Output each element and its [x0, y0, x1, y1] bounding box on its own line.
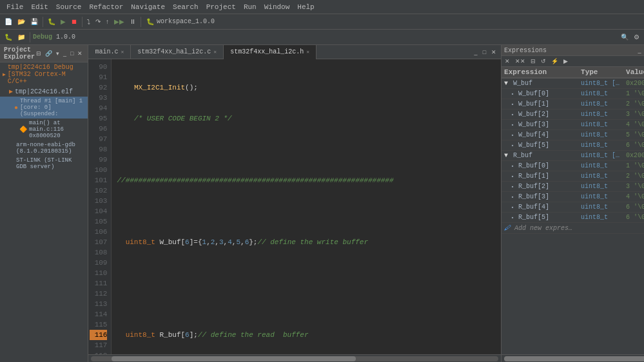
main-indent: 🔶	[19, 126, 27, 133]
expr-row-rbuf[interactable]: ▼ R_buf uint8_t [6] 0x2001ffe	[502, 151, 644, 161]
expr-wbuf2-val: 3 '\003'	[623, 110, 644, 119]
expr-row-rbuf5[interactable]: ⬩ R_buf[5] uint8_t 6 '\006'	[502, 213, 644, 223]
code-lines[interactable]: MX_I2C1_Init(); /* USER CODE BEGIN 2 */ …	[112, 59, 501, 354]
right-h-thumb[interactable]	[504, 356, 644, 361]
expr-row-wbuf2[interactable]: ⬩ W_buf[2] uint8_t 3 '\003'	[502, 110, 644, 120]
tab-i2c-c-label: stm32f4xx_hal_i2c.c	[137, 48, 211, 55]
project-explorer-btn[interactable]: 📁	[15, 33, 27, 41]
perspective-debug[interactable]: 🐛	[3, 33, 14, 41]
menu-refactor[interactable]: Refactor	[85, 3, 127, 11]
tree-label-thread: Thread #1 [main] 1 [core: 0] (Suspended:	[20, 98, 85, 117]
step-return-button[interactable]: ↑	[104, 17, 111, 26]
new-button[interactable]: 📄	[3, 17, 14, 26]
tab-i2c-c[interactable]: stm32f4xx_hal_i2c.c ✕	[131, 45, 224, 59]
expr-refresh-btn[interactable]: ↺	[539, 57, 548, 65]
expr-remove-all-btn[interactable]: ✕✕	[513, 57, 527, 65]
link-editor-btn[interactable]: 🔗	[44, 50, 54, 57]
expr-row-rbuf0[interactable]: ⬩ R_buf[0] uint8_t 1 '\001'	[502, 161, 644, 171]
tree-item-stlink[interactable]: ST-LINK (ST-LINK GDB server)	[0, 156, 88, 171]
h-scroll-thumb[interactable]	[112, 356, 356, 361]
tab-i2c-h-close[interactable]: ✕	[306, 49, 309, 55]
tab-maximize-btn[interactable]: □	[481, 48, 488, 56]
expr-rbuf4-name: ⬩ R_buf[4]	[502, 202, 578, 212]
expr-rbuf3-type: uint8_t	[578, 192, 623, 202]
suspend-button[interactable]: ⏸	[128, 17, 138, 26]
tab-close-all-btn[interactable]: ✕	[489, 48, 498, 56]
menu-file[interactable]: File	[3, 3, 27, 11]
code-line-98: uint8_t R_buf[6];// define the read buff…	[117, 330, 496, 340]
tab-i2c-h[interactable]: stm32f4xx_hal_i2c.h ✕	[224, 45, 317, 59]
menu-help[interactable]: Help	[293, 3, 318, 11]
panel-close-btn[interactable]: ✕	[76, 50, 84, 57]
settings-btn[interactable]: ⚙	[632, 33, 641, 41]
expr-panel-min-btn[interactable]: _	[636, 46, 643, 54]
menu-project[interactable]: Project	[202, 3, 240, 11]
right-panel-scrollbar[interactable]	[502, 354, 644, 362]
right-h-track[interactable]	[504, 356, 644, 361]
panel-min-btn[interactable]: _	[62, 50, 68, 57]
menu-search[interactable]: Search	[169, 3, 202, 11]
tree-label-debug: tmp|2C24c16 Debug [STM32 Cortex-M C/C++	[8, 64, 86, 85]
menu-navigate[interactable]: Navigate	[127, 3, 169, 11]
expr-remove-btn[interactable]: ✕	[503, 57, 512, 65]
code-editor[interactable]: 9091929394 9596979899 100101102103104 10…	[88, 59, 501, 354]
resume-button[interactable]: ▶▶	[112, 17, 126, 26]
menu-run[interactable]: Run	[240, 3, 260, 11]
menu-source[interactable]: Source	[52, 3, 86, 11]
expr-row-wbuf[interactable]: ▼ W_buf uint8_t [6] 0x2001ff0	[502, 79, 644, 89]
tree-item-elf[interactable]: ▶ tmp|2C24c16.elf	[0, 86, 88, 97]
expr-row-wbuf3[interactable]: ⬩ W_buf[3] uint8_t 4 '\004'	[502, 120, 644, 130]
tab-main-c-close[interactable]: ✕	[121, 49, 124, 55]
collapse-all-btn[interactable]: ⊟	[35, 50, 43, 57]
h-scroll-track[interactable]	[91, 356, 498, 361]
expr-row-add[interactable]: 🖊 Add new expression	[502, 223, 644, 234]
expr-wbuf3-name: ⬩ W_buf[3]	[502, 120, 578, 129]
expr-wbuf-val: 0x2001ff0	[623, 79, 644, 88]
run-button[interactable]: ▶	[59, 17, 68, 26]
expr-row-rbuf1[interactable]: ⬩ R_buf[1] uint8_t 2 '\002'	[502, 171, 644, 182]
center-panel: main.c ✕ stm32f4xx_hal_i2c.c ✕ stm32f4xx…	[88, 45, 501, 362]
expr-auto-refresh-btn[interactable]: ⚡	[549, 57, 560, 65]
tab-minimize-btn[interactable]: _	[473, 48, 480, 56]
expr-collapse-btn[interactable]: ⊟	[529, 57, 538, 65]
tree-label-main: main() at main.c:116 0x8000520	[29, 120, 85, 139]
project-explorer-title: Project Explorer	[4, 46, 35, 61]
expr-rbuf1-name: ⬩ R_buf[1]	[502, 171, 578, 181]
debug-button[interactable]: 🐛	[46, 17, 57, 26]
editor-tab-bar: main.c ✕ stm32f4xx_hal_i2c.c ✕ stm32f4xx…	[88, 45, 501, 59]
open-button[interactable]: 📂	[15, 17, 27, 26]
wbuf-expand-icon[interactable]: ▼	[504, 80, 508, 87]
tab-i2c-c-close[interactable]: ✕	[213, 49, 217, 55]
expr-add-label[interactable]: 🖊 Add new expression	[502, 223, 578, 233]
tab-main-c[interactable]: main.c ✕	[88, 45, 131, 59]
toolbar-sep-3	[141, 17, 141, 27]
expr-row-wbuf0[interactable]: ⬩ W_buf[0] uint8_t 1 '\001'	[502, 89, 644, 99]
expr-row-rbuf3[interactable]: ⬩ R_buf[3] uint8_t 4 '\004'	[502, 192, 644, 202]
search-btn[interactable]: 🔍	[619, 33, 630, 41]
rbuf-expand-icon[interactable]: ▼	[504, 152, 508, 159]
expr-row-rbuf4[interactable]: ⬩ R_buf[4] uint8_t 6 '\006'	[502, 202, 644, 213]
expr-row-wbuf5[interactable]: ⬩ W_buf[5] uint8_t 6 '\006'	[502, 140, 644, 151]
expr-row-wbuf4[interactable]: ⬩ W_buf[4] uint8_t 5 '\005'	[502, 130, 644, 140]
tree-item-main[interactable]: 🔶 main() at main.c:116 0x8000520	[0, 119, 88, 140]
step-into-button[interactable]: ⤵	[85, 17, 92, 26]
expr-row-rbuf2[interactable]: ⬩ R_buf[2] uint8_t 3 '\003'	[502, 182, 644, 192]
tree-item-debug[interactable]: ▶ tmp|2C24c16 Debug [STM32 Cortex-M C/C+…	[0, 62, 88, 86]
expr-row-wbuf1[interactable]: ⬩ W_buf[1] uint8_t 2 '\002'	[502, 99, 644, 110]
panel-max-btn[interactable]: □	[69, 50, 75, 57]
expr-continuous-btn[interactable]: ▶	[561, 57, 570, 65]
terminate-button[interactable]: ⏹	[69, 17, 79, 26]
panel-menu-btn[interactable]: ▾	[55, 50, 61, 57]
toolbar-sep-2	[82, 17, 83, 27]
code-line-97	[117, 299, 496, 309]
menu-edit[interactable]: Edit	[27, 3, 52, 11]
tree-item-thread[interactable]: ● Thread #1 [main] 1 [core: 0] (Suspende…	[0, 97, 88, 119]
h-scrollbar[interactable]	[88, 354, 501, 362]
code-content: 9091929394 9596979899 100101102103104 10…	[88, 59, 501, 354]
code-line-95: uint8_t W_buf[6]={1,2,3,4,5,6};// define…	[117, 237, 496, 247]
step-over-button[interactable]: ↷	[93, 17, 102, 26]
elf-indent: ▶	[9, 88, 13, 95]
tree-item-gdb[interactable]: arm-none-eabi-gdb (8.1.0.20180315)	[0, 140, 88, 156]
menu-window[interactable]: Window	[260, 3, 294, 11]
save-button[interactable]: 💾	[28, 17, 40, 26]
